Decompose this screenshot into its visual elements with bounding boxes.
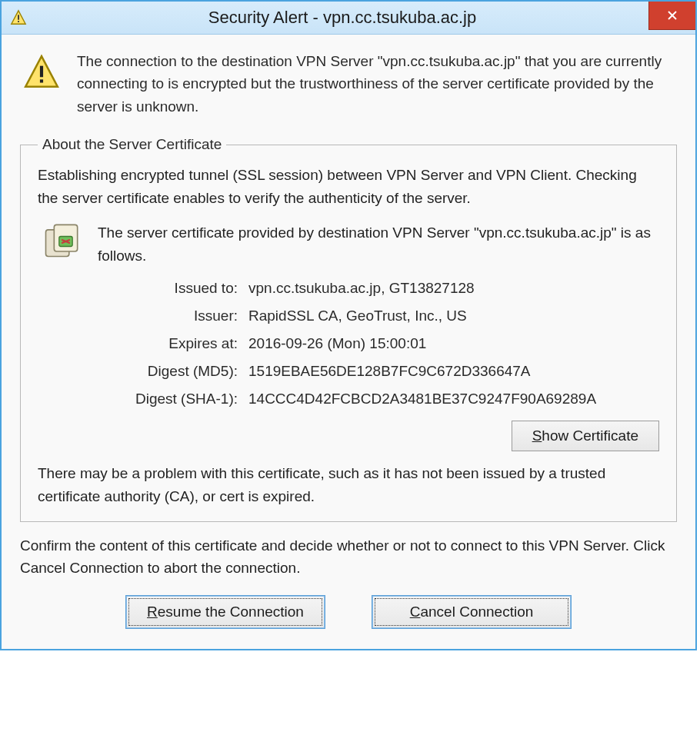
- dialog-window: Security Alert - vpn.cc.tsukuba.ac.jp Th…: [0, 0, 697, 650]
- expires-value: 2016-09-26 (Mon) 15:00:01: [248, 335, 659, 352]
- window-title: Security Alert - vpn.cc.tsukuba.ac.jp: [35, 8, 695, 28]
- issued-to-value: vpn.cc.tsukuba.ac.jp, GT13827128: [248, 280, 659, 297]
- expires-label: Expires at:: [99, 335, 248, 352]
- issued-to-label: Issued to:: [99, 280, 248, 297]
- resume-label: esume the Connection: [158, 604, 304, 620]
- show-certificate-label: how Certificate: [542, 427, 638, 444]
- svg-rect-2: [18, 21, 19, 22]
- issuer-label: Issuer:: [99, 308, 248, 324]
- close-button[interactable]: [648, 2, 695, 30]
- certificate-intro-text: The server certificate provided by desti…: [98, 221, 659, 267]
- confirm-text: Confirm the content of this certificate …: [20, 534, 677, 580]
- svg-rect-6: [40, 66, 43, 78]
- cancel-label: ancel Connection: [420, 604, 533, 620]
- certificate-icon: [38, 221, 84, 267]
- group-legend: About the Server Certificate: [38, 136, 226, 153]
- svg-rect-7: [40, 79, 43, 82]
- group-intro-text: Establishing encrypted tunnel (SSL sessi…: [38, 164, 659, 209]
- titlebar-warning-icon: [2, 9, 35, 26]
- resume-connection-button[interactable]: Resume the Connection: [125, 595, 325, 629]
- cancel-connection-button[interactable]: Cancel Connection: [372, 595, 572, 629]
- certificate-group: About the Server Certificate Establishin…: [20, 136, 677, 522]
- intro-text: The connection to the destination VPN Se…: [77, 50, 677, 118]
- close-icon: [666, 9, 678, 22]
- titlebar[interactable]: Security Alert - vpn.cc.tsukuba.ac.jp: [2, 2, 695, 35]
- show-certificate-button[interactable]: Show Certificate: [512, 421, 659, 451]
- certificate-details: Issued to: vpn.cc.tsukuba.ac.jp, GT13827…: [99, 274, 659, 413]
- problem-text: There may be a problem with this certifi…: [38, 462, 659, 507]
- issuer-value: RapidSSL CA, GeoTrust, Inc., US: [248, 308, 659, 324]
- warning-icon: [20, 50, 63, 118]
- sha1-value: 14CCC4D42FCBCD2A3481BE37C9247F90A69289A: [248, 391, 659, 407]
- md5-value: 1519EBAE56DE128B7FC9C672D336647A: [248, 363, 659, 380]
- sha1-label: Digest (SHA-1):: [99, 391, 248, 407]
- md5-label: Digest (MD5):: [99, 363, 248, 380]
- dialog-content: The connection to the destination VPN Se…: [2, 35, 695, 649]
- svg-rect-1: [18, 15, 19, 19]
